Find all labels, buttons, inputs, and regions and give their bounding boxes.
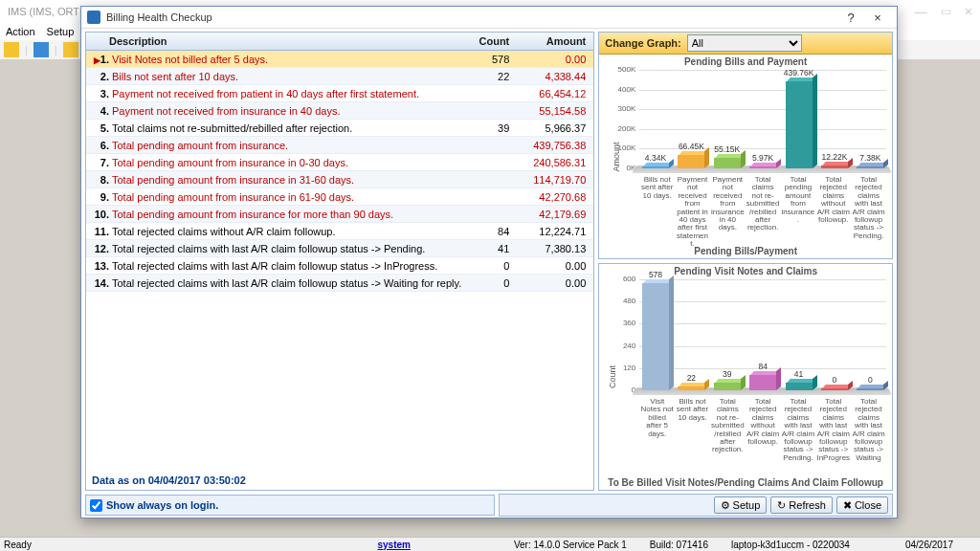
chart1-panel: Change Graph: All Pending Bills and Paym… xyxy=(598,32,893,259)
table-rows: ▶1.Visit Notes not billed after 5 days.5… xyxy=(86,51,593,471)
toolbar-icon-2[interactable] xyxy=(33,42,49,57)
status-date: 04/26/2017 xyxy=(905,540,953,550)
setup-button[interactable]: ⚙Setup xyxy=(714,496,768,514)
col-description[interactable]: Description xyxy=(86,35,461,47)
chart-pending-bills: Pending Bills and Payment Amount Pending… xyxy=(599,55,892,258)
change-graph-label: Change Graph: xyxy=(605,37,680,49)
table-row[interactable]: 14.Total rejected claims with last A/R c… xyxy=(86,275,593,292)
close-circle-icon: ✖ xyxy=(843,499,852,512)
table-row[interactable]: 2.Bills not sent after 10 days.224,338.4… xyxy=(86,68,593,85)
data-as-of: Data as on 04/04/2017 03:50:02 xyxy=(86,471,593,490)
app-maximize-icon[interactable]: ▭ xyxy=(941,5,951,18)
table-row[interactable]: 6.Total pending amount from insurance.43… xyxy=(86,137,593,154)
table-row[interactable]: 11.Total rejected claims without A/R cla… xyxy=(86,223,593,240)
app-minimize-icon[interactable]: — xyxy=(915,5,927,19)
status-ready: Ready xyxy=(4,540,32,550)
close-button[interactable]: ✖Close xyxy=(836,496,888,514)
table-row[interactable]: 13.Total rejected claims with last A/R c… xyxy=(86,257,593,275)
table-row[interactable]: ▶1.Visit Notes not billed after 5 days.5… xyxy=(86,51,593,68)
menu-action[interactable]: Action xyxy=(6,26,35,37)
refresh-icon: ↻ xyxy=(777,499,786,512)
status-version: Ver: 14.0.0 Service Pack 1 xyxy=(514,540,627,550)
col-count[interactable]: Count xyxy=(461,35,515,47)
status-system[interactable]: system xyxy=(377,540,410,550)
chart2-panel: Pending Visit Notes and Claims Count To … xyxy=(598,263,893,491)
billing-health-dialog: Billing Health Checkup ? × Description C… xyxy=(80,6,898,518)
table-row[interactable]: 8.Total pending amount from insurance in… xyxy=(86,171,593,188)
show-always-input[interactable] xyxy=(90,499,102,512)
status-host: laptop-k3d1uccm - 0220034 xyxy=(731,540,850,550)
table-row[interactable]: 12.Total rejected claims with last A/R c… xyxy=(86,240,593,257)
status-bar: Ready system Ver: 14.0.0 Service Pack 1 … xyxy=(0,537,980,551)
toolbar-icon-1[interactable] xyxy=(4,42,19,57)
gear-icon: ⚙ xyxy=(721,499,730,512)
table-row[interactable]: 4.Payment not received from insurance in… xyxy=(86,102,593,120)
help-button[interactable]: ? xyxy=(837,7,864,28)
close-icon[interactable]: × xyxy=(864,7,891,28)
table-header: Description Count Amount xyxy=(86,33,593,51)
chart1-title: Pending Bills and Payment xyxy=(599,56,892,67)
description-panel: Description Count Amount ▶1.Visit Notes … xyxy=(85,32,594,491)
dialog-title: Billing Health Checkup xyxy=(106,11,837,23)
dialog-titlebar: Billing Health Checkup ? × xyxy=(81,7,897,29)
menu-setup[interactable]: Setup xyxy=(47,26,75,37)
show-always-checkbox[interactable]: Show always on login. xyxy=(85,495,495,516)
graph-control-bar: Change Graph: All xyxy=(599,33,892,55)
table-row[interactable]: 9.Total pending amount from insurance in… xyxy=(86,188,593,206)
change-graph-select[interactable]: All xyxy=(687,34,802,52)
main-window: IMS (IMS, ORTHO...) — ▭ × Action Setup |… xyxy=(0,0,980,551)
toolbar-icon-3[interactable] xyxy=(63,42,78,57)
table-row[interactable]: 5.Total claims not re-submitted/rebilled… xyxy=(86,120,593,137)
chart-visit-notes: Pending Visit Notes and Claims Count To … xyxy=(599,264,892,490)
dialog-icon xyxy=(87,11,100,24)
app-close-icon[interactable]: × xyxy=(965,4,972,19)
col-amount[interactable]: Amount xyxy=(515,35,593,47)
table-row[interactable]: 7.Total pending amount from insurance in… xyxy=(86,154,593,171)
refresh-button[interactable]: ↻Refresh xyxy=(770,496,833,514)
table-row[interactable]: 10.Total pending amount from insurance f… xyxy=(86,206,593,223)
table-row[interactable]: 3.Payment not received from patient in 4… xyxy=(86,85,593,102)
dialog-footer: Show always on login. ⚙Setup ↻Refresh ✖C… xyxy=(85,495,893,516)
status-build: Build: 071416 xyxy=(650,540,708,550)
